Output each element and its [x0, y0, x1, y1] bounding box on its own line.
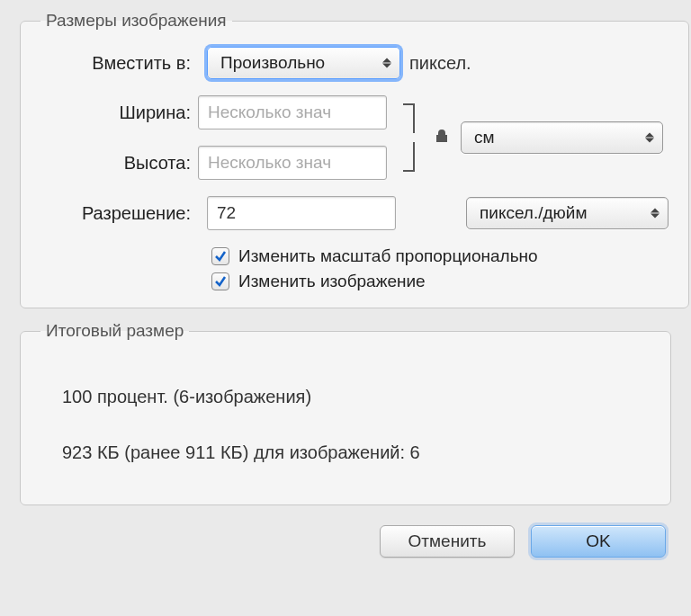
- chevron-updown-icon: [644, 132, 655, 144]
- ok-button[interactable]: OK: [531, 525, 666, 558]
- resulting-size-legend: Итоговый размер: [40, 321, 189, 341]
- resolution-unit-select[interactable]: пиксел./дюйм: [466, 197, 669, 229]
- chevron-updown-icon: [650, 208, 660, 219]
- bracket-icon: [401, 97, 423, 178]
- height-label: Высота:: [40, 153, 198, 174]
- result-line-1: 100 процент. (6-изображения): [62, 382, 629, 411]
- resample-image-label: Изменить изображение: [238, 272, 426, 291]
- fit-into-select-value: Произвольно: [220, 53, 325, 73]
- resize-images-dialog: Размеры изображения Вместить в: Произвол…: [0, 0, 691, 579]
- cancel-button-label: Отменить: [408, 531, 487, 551]
- resulting-size-group: Итоговый размер 100 процент. (6-изображе…: [20, 321, 671, 505]
- width-label: Ширина:: [40, 103, 198, 123]
- width-input[interactable]: [198, 95, 387, 129]
- dimension-unit-select[interactable]: см: [461, 121, 663, 154]
- dimension-unit-value: см: [474, 128, 495, 147]
- image-dimensions-group: Размеры изображения Вместить в: Произвол…: [20, 11, 689, 308]
- resolution-label: Разрешение:: [40, 203, 198, 224]
- check-icon: [214, 275, 227, 288]
- fit-into-select[interactable]: Произвольно: [207, 47, 400, 79]
- cancel-button[interactable]: Отменить: [380, 525, 515, 558]
- fit-into-label: Вместить в:: [40, 53, 198, 74]
- resolution-input[interactable]: [207, 196, 396, 230]
- resample-image-checkbox[interactable]: [211, 272, 229, 290]
- dimensions-link-bracket: [401, 97, 423, 178]
- chevron-updown-icon: [381, 58, 392, 69]
- image-dimensions-legend: Размеры изображения: [40, 11, 232, 31]
- ok-button-label: OK: [586, 531, 610, 551]
- scale-proportionally-checkbox[interactable]: [211, 247, 229, 265]
- resample-image-row[interactable]: Изменить изображение: [211, 272, 669, 291]
- dialog-buttons: Отменить OK: [20, 518, 671, 558]
- height-input[interactable]: [198, 146, 387, 180]
- result-line-2: 923 КБ (ранее 911 КБ) для изображений: 6: [62, 438, 629, 467]
- check-icon: [214, 250, 227, 263]
- fit-into-row: Вместить в: Произвольно пиксел.: [40, 47, 669, 79]
- scale-proportionally-label: Изменить масштаб пропорционально: [238, 246, 538, 266]
- width-height-block: Ширина: Высота: см: [40, 95, 669, 180]
- scale-proportionally-row[interactable]: Изменить масштаб пропорционально: [211, 246, 669, 266]
- resolution-row: Разрешение: пиксел./дюйм: [40, 196, 669, 230]
- resolution-unit-value: пиксел./дюйм: [480, 203, 588, 223]
- fit-into-unit: пиксел.: [409, 53, 471, 74]
- lock-icon[interactable]: [434, 128, 450, 147]
